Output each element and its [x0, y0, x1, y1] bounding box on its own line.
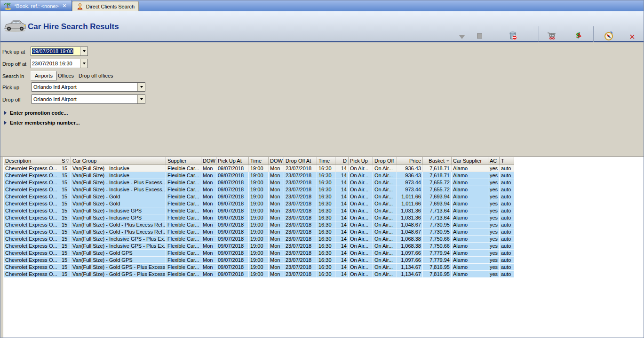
column-header-label: AC	[490, 158, 497, 164]
column-header[interactable]: Pick Up At	[216, 157, 249, 165]
tab-direct-clients-search[interactable]: Direct Clients Search	[72, 1, 139, 11]
search-in-tab-offices[interactable]: Offices	[54, 71, 78, 80]
table-cell: yes	[488, 264, 500, 271]
table-cell: 09/07/2018	[216, 200, 249, 207]
column-header[interactable]: D	[335, 157, 349, 165]
column-header[interactable]: DOW	[269, 157, 284, 165]
table-row[interactable]: Chevrolet Express O...15Van(Full Size) -…	[4, 271, 514, 278]
promotion-code-expander[interactable]: Enter promotion code...	[4, 110, 68, 116]
table-cell: On Air...	[373, 193, 397, 200]
palm-tree-icon	[4, 2, 12, 10]
tab-close-icon[interactable]: ✕	[61, 3, 68, 9]
table-cell: 15	[60, 214, 71, 221]
page-title: Car Hire Search Results	[28, 22, 119, 31]
dropoff-dropdown-button[interactable]	[137, 95, 145, 103]
column-header[interactable]: DOW	[201, 157, 216, 165]
column-header[interactable]: Car Supplier	[452, 157, 488, 165]
table-row[interactable]: Chevrolet Express O...15Van(Full Size) -…	[4, 214, 514, 221]
table-cell: 1,048.67	[397, 221, 423, 228]
table-row[interactable]: Chevrolet Express O...15Van(Full Size) -…	[4, 243, 514, 250]
table-cell: 16:30	[317, 243, 335, 250]
table-cell: 14	[335, 236, 349, 243]
table-cell: Mon	[201, 172, 216, 179]
pickup-at-label: Pick up at	[2, 49, 25, 55]
document-tab-bar: *Book. ref.: <none> ✕ Direct Clients Sea…	[0, 0, 644, 11]
table-cell: Chevrolet Express O...	[4, 207, 60, 214]
column-header[interactable]: S	[60, 157, 71, 165]
column-header[interactable]: Time	[317, 157, 335, 165]
table-row[interactable]: Chevrolet Express O...15Van(Full Size) -…	[4, 165, 514, 172]
pickup-at-dropdown-button[interactable]	[80, 47, 87, 55]
table-row[interactable]: Chevrolet Express O...15Van(Full Size) -…	[4, 172, 514, 179]
car-illustration-icon	[4, 17, 26, 35]
table-cell: On Air...	[349, 179, 373, 186]
column-header[interactable]: Description	[4, 157, 60, 165]
dropoff-at-field[interactable]: 23/07/2018 16:30	[31, 59, 88, 68]
table-cell: Alamo	[452, 186, 488, 193]
table-cell: 7,655.72	[423, 179, 452, 186]
table-cell: 7,730.95	[423, 221, 452, 228]
table-cell: 23/07/2018	[284, 172, 317, 179]
table-cell: Van(Full Size) - Gold GPS	[71, 250, 166, 257]
column-header[interactable]: AC	[488, 157, 500, 165]
table-cell: 7,730.95	[423, 228, 452, 236]
dropoff-at-value[interactable]: 23/07/2018 16:30	[31, 59, 80, 68]
table-cell: Flexible Car...	[166, 236, 201, 243]
table-cell: On Air...	[349, 193, 373, 200]
table-row[interactable]: Chevrolet Express O...15Van(Full Size) -…	[4, 207, 514, 214]
table-row[interactable]: Chevrolet Express O...15Van(Full Size) -…	[4, 193, 514, 200]
table-row[interactable]: Chevrolet Express O...15Van(Full Size) -…	[4, 264, 514, 271]
table-row[interactable]: Chevrolet Express O...15Van(Full Size) -…	[4, 228, 514, 236]
chevron-down-icon	[140, 86, 143, 88]
table-cell: 7,618.71	[423, 165, 452, 172]
column-header[interactable]: Drop Off	[373, 157, 397, 165]
table-row[interactable]: Chevrolet Express O...15Van(Full Size) -…	[4, 200, 514, 207]
table-cell: Mon	[269, 207, 284, 214]
pickup-at-field[interactable]: 09/07/2018 19:00	[31, 47, 88, 56]
table-cell: 15	[60, 165, 71, 172]
dropoff-combobox[interactable]: Orlando Intl Airport	[32, 94, 145, 104]
table-row[interactable]: Chevrolet Express O...15Van(Full Size) -…	[4, 186, 514, 193]
column-header[interactable]: Basket	[423, 157, 452, 165]
column-header[interactable]: Supplier	[166, 157, 201, 165]
pickup-combobox[interactable]: Orlando Intl Airport	[32, 82, 145, 92]
column-header[interactable]: Time	[249, 157, 269, 165]
table-cell: 7,779.94	[423, 250, 452, 257]
table-cell: 09/07/2018	[216, 264, 249, 271]
table-cell: yes	[488, 172, 500, 179]
table-row[interactable]: Chevrolet Express O...15Van(Full Size) -…	[4, 257, 514, 264]
search-in-tab-dropoff-offices[interactable]: Drop off offices	[75, 71, 117, 80]
table-cell: 19:00	[249, 165, 269, 172]
table-cell: Flexible Car...	[166, 172, 201, 179]
table-cell: 19:00	[249, 193, 269, 200]
table-body: Chevrolet Express O...15Van(Full Size) -…	[4, 165, 514, 278]
table-cell: Chevrolet Express O...	[4, 165, 60, 172]
table-cell: 16:30	[317, 257, 335, 264]
membership-number-expander[interactable]: Enter membership number...	[4, 120, 80, 126]
column-header-label: T	[501, 158, 504, 164]
column-header[interactable]: Pick Up	[349, 157, 373, 165]
table-cell: Van(Full Size) - Inclusive - Plus Excess…	[71, 186, 166, 193]
table-row[interactable]: Chevrolet Express O...15Van(Full Size) -…	[4, 179, 514, 186]
pickup-at-value[interactable]: 09/07/2018 19:00	[31, 47, 80, 55]
table-cell: On Air...	[373, 165, 397, 172]
column-header[interactable]: Car Group	[71, 157, 166, 165]
table-row[interactable]: Chevrolet Express O...15Van(Full Size) -…	[4, 221, 514, 228]
table-cell: 14	[335, 257, 349, 264]
table-cell: 19:00	[249, 236, 269, 243]
table-cell: auto	[500, 264, 514, 271]
column-header[interactable]: Price	[397, 157, 423, 165]
search-in-tab-airports[interactable]: Airports	[31, 71, 57, 80]
table-cell: 15	[60, 200, 71, 207]
table-cell: 09/07/2018	[216, 179, 249, 186]
dropoff-at-dropdown-button[interactable]	[80, 59, 87, 68]
column-header[interactable]: Drop Off At	[284, 157, 317, 165]
tab-booking-ref[interactable]: *Book. ref.: <none> ✕	[0, 0, 72, 11]
pickup-dropdown-button[interactable]	[137, 83, 145, 91]
table-row[interactable]: Chevrolet Express O...15Van(Full Size) -…	[4, 250, 514, 257]
column-header[interactable]: T	[500, 157, 514, 165]
table-row[interactable]: Chevrolet Express O...15Van(Full Size) -…	[4, 236, 514, 243]
money-icon: $	[572, 31, 582, 41]
table-cell: Chevrolet Express O...	[4, 264, 60, 271]
table-cell: auto	[500, 243, 514, 250]
